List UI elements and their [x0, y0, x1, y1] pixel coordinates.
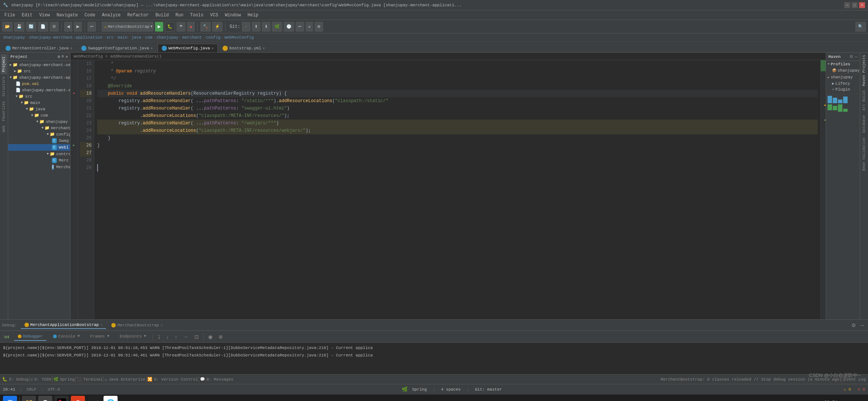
coverage-button[interactable]: ☂ [177, 22, 185, 32]
tree-src-1[interactable]: ▶ 📁 src [8, 68, 70, 74]
debug-restore-breakpoints-button[interactable]: ◉ [207, 333, 214, 340]
profile-shanjupay[interactable]: 📦 shanjupay [831, 68, 860, 74]
git-revert-button[interactable]: ↩ [296, 22, 304, 32]
tool-spring[interactable]: 🌿 Spring [53, 377, 75, 382]
debug-content[interactable]: ${project.name}[${env:SERVER_PORT}] 2019… [0, 343, 868, 374]
menu-analyze[interactable]: Analyze [99, 12, 124, 19]
tree-pom[interactable]: 📄 pom.xml [8, 81, 70, 87]
project-close-icon[interactable]: ✕ [65, 54, 68, 59]
debug-tab-merchant-app-bootstrap[interactable]: MerchantApplicationBootstrap ✕ [21, 322, 106, 329]
search-button[interactable]: 🔍 [855, 22, 866, 32]
debug-step-out-button[interactable]: ↑ [173, 333, 179, 340]
menu-edit[interactable]: Edit [19, 12, 36, 19]
minimize-button[interactable]: ─ [844, 2, 850, 8]
project-settings-icon[interactable]: ⚙ [57, 54, 60, 59]
tab-merchantcontroller[interactable]: MerchantController.java ✕ [1, 44, 76, 52]
database-tab[interactable]: Database [861, 113, 867, 135]
menu-refactor[interactable]: Refactor [124, 12, 152, 19]
git-commit-button[interactable]: ✓ [242, 22, 250, 32]
taskbar-terminal-icon[interactable]: cmd [87, 396, 101, 401]
art-build-tab[interactable]: Art Build [861, 88, 867, 113]
debug-step-over-button[interactable]: ⤵ [156, 333, 162, 340]
taskbar-browser-icon[interactable]: 🌐 [103, 396, 118, 401]
breadcrumb-main[interactable]: main [118, 35, 127, 40]
menu-navigate[interactable]: Navigate [53, 12, 81, 19]
maven-section-header[interactable]: ▶ shanjupay [826, 74, 860, 81]
tree-merc-file[interactable]: C Merc [8, 157, 70, 164]
maven-projects-tab[interactable]: Maven Projects [861, 53, 867, 88]
git-merge-button[interactable]: ⊕ [315, 22, 323, 32]
revert-button[interactable]: ↩ [88, 22, 96, 32]
web-tab[interactable]: Web [1, 123, 7, 134]
structure-tab[interactable]: Structure [1, 74, 7, 99]
open-folder-button[interactable]: 📂 [2, 22, 13, 32]
debug-minimize-button[interactable]: ─ [859, 322, 866, 329]
stop-button[interactable]: ■ [187, 22, 195, 32]
editor-wrapper[interactable]: ● ▶ 15 16 17 18 19 20 21 [70, 60, 826, 319]
tool-terminal[interactable]: ⬛ Terminal [76, 377, 103, 382]
run-button[interactable]: ▶ [155, 22, 163, 32]
menu-vcs[interactable]: VCS [207, 12, 221, 19]
tab-close-swagger[interactable]: ✕ [151, 46, 153, 50]
breadcrumb-src[interactable]: src [106, 35, 114, 40]
tree-swagger-file[interactable]: C Swag [8, 137, 70, 144]
debug-evaluate-button[interactable]: ⊡ [193, 333, 200, 340]
tool-todo[interactable]: ☑ 6: TODO [30, 377, 52, 382]
bean-validation-tab[interactable]: Bean Validation [861, 135, 867, 173]
breadcrumb-shanjupay[interactable]: shanjupay [3, 35, 25, 40]
git-push-button[interactable]: ⬆ [252, 22, 260, 32]
plugin-item[interactable]: ⚡ Plugin [831, 87, 860, 92]
tool-event-log[interactable]: Event Log [844, 377, 866, 382]
tab-bootstrap[interactable]: bootstrap.yml ✕ [218, 44, 269, 52]
menu-view[interactable]: View [36, 12, 53, 19]
tool-debug[interactable]: 🐛 5: Debug [2, 377, 29, 382]
tab-close-bootstrap[interactable]: ✕ [263, 46, 265, 50]
project-tab[interactable]: Project [1, 54, 7, 74]
tree-webmvc-file[interactable]: C Webl [8, 144, 70, 151]
menu-tools[interactable]: Tools [187, 12, 207, 19]
maximize-button[interactable]: □ [852, 2, 858, 8]
back-button[interactable]: ◀ [64, 22, 72, 32]
tree-controller[interactable]: ▼ 📁 control [8, 151, 70, 157]
tab-webmvcconfig[interactable]: WebMvcConfig.java ✕ [158, 44, 218, 52]
menu-run[interactable]: Run [172, 12, 187, 19]
tree-com[interactable]: ▼ 📁 com [8, 112, 70, 118]
lifecycle-item[interactable]: ▶ Lifecy [831, 81, 860, 87]
breadcrumb-webmvc[interactable]: WebMvcConfig [224, 35, 254, 40]
tree-java[interactable]: ▼ 📁 java [8, 106, 70, 112]
tool-version-control[interactable]: 🔀 9: Version Control [147, 377, 198, 382]
git-diff-button[interactable]: ≠ [306, 22, 313, 32]
tab-swaggerconfiguration[interactable]: SwaggerConfiguration.java ✕ [77, 44, 157, 52]
close-button[interactable]: ✕ [859, 2, 865, 8]
tree-merchant-app[interactable]: ▼ 📁 shanjupay-merchant-applicati [8, 74, 70, 81]
tree-app-file[interactable]: 📄 shanjupay-merchant-applicatio [8, 87, 70, 93]
debug-mute-button[interactable]: ⊗ [217, 333, 224, 340]
code-content[interactable]: * * @param registry */ @Override public … [94, 60, 821, 319]
tree-merchant[interactable]: ▼ 📁 merchant [8, 125, 70, 131]
git-history-button[interactable]: 🕐 [284, 22, 294, 32]
debugger-tab[interactable]: Debugger [14, 333, 46, 341]
build-button[interactable]: 🔨 [200, 22, 211, 32]
new-file-button[interactable]: 📄 [38, 22, 48, 32]
taskbar-app-icon[interactable]: 🎯 [71, 396, 85, 401]
maven-minimize-button[interactable]: ─ [855, 54, 858, 59]
project-collapse-icon[interactable]: ≡ [62, 54, 64, 59]
breadcrumb-config[interactable]: config [206, 35, 221, 40]
breadcrumb-merchant[interactable]: merchant [183, 35, 202, 40]
favorites-tab[interactable]: Favorites [1, 99, 7, 123]
taskbar-intellij[interactable] [55, 396, 69, 401]
debug-tab-close-2[interactable]: ✕ [161, 323, 163, 327]
tree-config[interactable]: ▼ 📁 config [8, 131, 70, 137]
git-branch-button[interactable]: 🌿 [272, 22, 282, 32]
scrollbar[interactable] [821, 60, 826, 319]
debug-tab-close-1[interactable]: ✕ [100, 323, 102, 327]
frames-tab[interactable]: Frames ▼ [86, 333, 113, 341]
settings-button[interactable]: ⚙ [50, 22, 59, 32]
taskbar-text-editor[interactable]: T [38, 396, 52, 401]
endpoints-tab[interactable]: Endpoints ▼ [116, 333, 150, 341]
menu-window[interactable]: Window [222, 12, 244, 19]
taskbar-file-manager[interactable]: 📁 [22, 396, 36, 401]
profiles-header[interactable]: ▼ Profiles [826, 61, 860, 68]
tree-merchant-file[interactable]: I Merchan [8, 164, 70, 170]
tree-src-app[interactable]: ▼ 📁 src [8, 93, 70, 100]
